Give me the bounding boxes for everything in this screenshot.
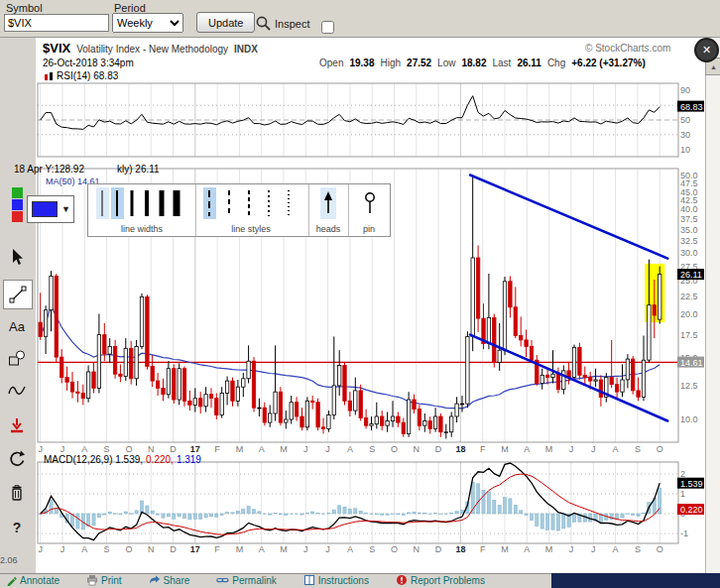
svg-text:22.5: 22.5 (680, 292, 698, 301)
save-annotations-button[interactable] (3, 412, 31, 439)
line-width-option-4[interactable] (141, 187, 154, 219)
shapes-icon (8, 349, 26, 367)
svg-text:M: M (545, 544, 553, 554)
price-chart[interactable]: JJJJAASSOONNDD1717FFMMAAMMJJJJAASSOONNDD… (36, 58, 704, 573)
close-icon: ✕ (702, 44, 711, 57)
line-width-option-2[interactable] (111, 187, 124, 219)
line-widths-label: line widths (96, 224, 187, 234)
shapes-tool-button[interactable] (3, 344, 31, 372)
symbol-input[interactable] (4, 14, 109, 32)
footer-link-report-problems[interactable]: Report Problems (396, 574, 485, 586)
svg-text:1: 1 (680, 489, 685, 499)
footer-link-label: Report Problems (411, 575, 485, 586)
indicator-icon (44, 71, 54, 81)
line-width-option-3[interactable] (126, 187, 139, 219)
line-style-option-3[interactable] (243, 187, 256, 219)
quick-color-blue[interactable] (12, 199, 23, 210)
pin-option[interactable] (362, 187, 378, 219)
chart-symbol: $VIX (43, 41, 70, 56)
text-tool-button[interactable]: Aa (3, 312, 31, 340)
book-icon (303, 574, 315, 586)
inspect-checkbox[interactable] (321, 21, 334, 34)
svg-text:37.5: 37.5 (680, 214, 698, 224)
footer-link-annotate[interactable]: Annotate (6, 575, 60, 586)
line-style-option-1[interactable] (203, 187, 216, 219)
line-style-option-5[interactable] (283, 187, 296, 219)
chain-link-icon (216, 574, 229, 586)
update-button[interactable]: Update (196, 12, 255, 33)
quick-color-red[interactable] (12, 211, 23, 222)
delete-button[interactable] (3, 479, 31, 507)
line-style-option-4[interactable] (263, 187, 276, 219)
svg-text:A: A (259, 544, 265, 554)
svg-text:12.5: 12.5 (680, 381, 698, 391)
chart-datetime: 26-Oct-2018 3:34pm (43, 58, 134, 68)
line-width-option-1[interactable] (96, 187, 109, 219)
svg-text:90: 90 (680, 85, 690, 95)
footer-link-instructions[interactable]: Instructions (303, 574, 369, 586)
line-style-option-2[interactable] (223, 187, 236, 219)
svg-text:D: D (170, 444, 177, 454)
footer-link-print[interactable]: Print (86, 574, 122, 586)
footer-link-permalink[interactable]: Permalink (216, 574, 276, 586)
divider (195, 184, 196, 236)
svg-text:14.61: 14.61 (680, 358, 703, 368)
footer-link-share[interactable]: Share (149, 574, 190, 586)
svg-text:O: O (391, 444, 398, 454)
svg-text:S: S (369, 544, 375, 554)
macd-panel (38, 463, 678, 540)
svg-text:A: A (81, 544, 87, 554)
trash-icon (8, 484, 26, 502)
rsi-label: RSI(14) 68.83 (57, 70, 118, 81)
pin-label: pin (348, 224, 390, 234)
line-tool-icon (9, 286, 27, 303)
chart-exchange: INDX (234, 44, 258, 55)
svg-text:D: D (435, 444, 442, 454)
close-button[interactable]: ✕ (694, 38, 719, 62)
svg-text:2: 2 (680, 469, 685, 479)
period-select[interactable]: Weekly (112, 13, 183, 33)
line-width-option-6[interactable] (171, 187, 183, 219)
search-icon (255, 15, 272, 32)
undo-button[interactable] (3, 445, 31, 473)
svg-text:A: A (613, 544, 619, 554)
vertical-scrollbar[interactable] (705, 38, 720, 573)
svg-text:N: N (148, 544, 155, 554)
line-width-option-5[interactable] (156, 187, 169, 219)
cursor-icon (8, 248, 26, 266)
trendline-tool-button[interactable] (3, 280, 33, 309)
arrow-head-option[interactable] (320, 187, 336, 219)
quick-color-green[interactable] (12, 187, 23, 198)
svg-text:10: 10 (680, 145, 690, 155)
share-icon (149, 574, 161, 586)
freehand-tool-button[interactable] (3, 377, 31, 405)
footer-link-label: Annotate (20, 575, 60, 586)
svg-text:1.539: 1.539 (680, 479, 703, 489)
svg-text:N: N (148, 444, 155, 454)
svg-text:18: 18 (455, 444, 465, 454)
svg-text:J: J (591, 544, 596, 554)
heads-label: heads (308, 224, 348, 234)
svg-text:17: 17 (190, 544, 200, 554)
svg-text:20.0: 20.0 (680, 309, 698, 319)
svg-text:S: S (104, 444, 110, 454)
svg-text:M: M (280, 544, 288, 554)
alert-icon (396, 574, 408, 586)
svg-text:M: M (280, 444, 288, 454)
svg-text:F: F (214, 544, 220, 554)
svg-text:M: M (501, 544, 509, 554)
svg-text:J: J (303, 544, 308, 554)
pencil-icon (6, 575, 17, 586)
inspect-label: Inspect (275, 18, 309, 30)
chart-header: $VIX Volatility Index - New Methodology … (43, 41, 258, 56)
help-button[interactable]: ? (3, 514, 31, 541)
color-dropdown[interactable]: ▼ (27, 195, 74, 223)
pointer-tool-button[interactable] (3, 243, 31, 271)
svg-text:J: J (38, 444, 43, 454)
footer-dark-region (551, 573, 720, 588)
footer-links: Annotate Print Share Permalink Instructi… (6, 574, 512, 586)
footer-link-label: Instructions (318, 575, 369, 586)
svg-text:A: A (347, 544, 353, 554)
last-value: 26.11 (517, 58, 540, 68)
pin-icon (362, 189, 378, 217)
